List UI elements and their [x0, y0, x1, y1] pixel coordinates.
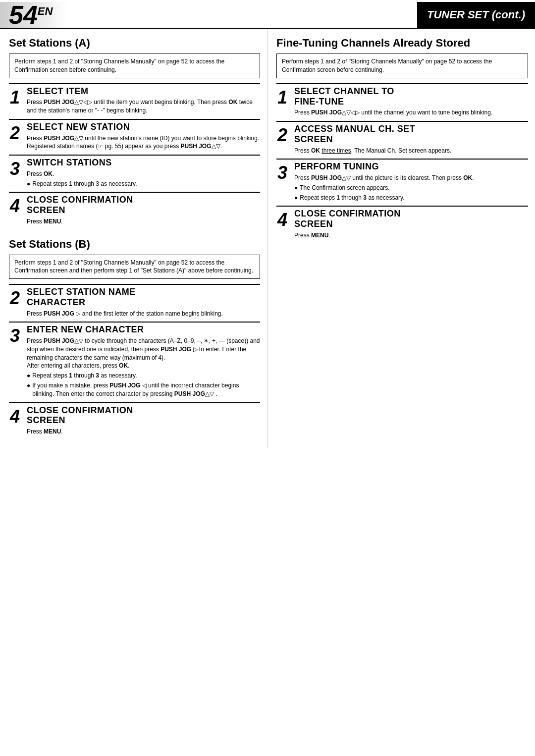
page-header: 54EN TUNER SET (cont.): [0, 0, 535, 29]
step-b3-bullet2: ● If you make a mistake, press PUSH JOG …: [27, 381, 260, 398]
step-r1-heading: Select Channel toFine-Tune: [294, 86, 528, 107]
step-r4-content: Close ConfirmationScreen Press MENU.: [294, 207, 528, 243]
set-stations-b-title: Set Stations (B): [9, 238, 260, 251]
step-b3-number: 3: [9, 323, 27, 402]
step-a2-content: Select New Station Press PUSH JOG△▽ unti…: [27, 120, 260, 155]
step-r3-content: Perform Tuning Press PUSH JOG△▽ until th…: [294, 160, 528, 206]
step-a4-content: Close ConfirmationScreen Press MENU.: [27, 193, 260, 229]
step-b3-text: Press PUSH JOG△▽ to cycle through the ch…: [27, 337, 260, 370]
step-a4-heading: Close ConfirmationScreen: [27, 195, 260, 215]
step-a3-bullet: ● Repeat steps 1 through 3 as necessary.: [27, 180, 260, 188]
step-b4: 4 Close ConfirmationScreen Press MENU.: [9, 402, 260, 440]
page-number: 54EN: [0, 2, 67, 28]
fine-tuning-title: Fine-Tuning Channels Already Stored: [276, 37, 528, 50]
step-r4: 4 Close ConfirmationScreen Press MENU.: [276, 206, 528, 243]
step-a4: 4 Close ConfirmationScreen Press MENU.: [9, 192, 260, 229]
step-b4-content: Close ConfirmationScreen Press MENU.: [27, 403, 260, 440]
step-b3-content: Enter New Character Press PUSH JOG△▽ to …: [27, 323, 260, 402]
step-r4-text: Press MENU.: [294, 231, 528, 240]
step-b4-text: Press MENU.: [27, 428, 260, 436]
fine-tuning-section: Fine-Tuning Channels Already Stored Perf…: [276, 37, 528, 244]
step-r2-content: Access Manual Ch. SetScreen Press OK thr…: [294, 122, 528, 159]
step-b4-number: 4: [9, 403, 27, 440]
step-r3: 3 Perform Tuning Press PUSH JOG△▽ until …: [276, 159, 528, 206]
step-a1-number: 1: [9, 84, 27, 119]
step-a1-content: Select Item Press PUSH JOG△▽◁▷ until the…: [27, 84, 260, 119]
step-r2-number: 2: [276, 122, 294, 159]
set-stations-b-intro: Perform steps 1 and 2 of "Storing Channe…: [9, 255, 260, 279]
step-a3: 3 Switch Stations Press OK. ● Repeat ste…: [9, 155, 260, 192]
step-r1-text: Press PUSH JOG△▽◁▷ until the channel you…: [294, 108, 528, 117]
step-a3-content: Switch Stations Press OK. ● Repeat steps…: [27, 156, 260, 192]
step-r2-text: Press OK three times. The Manual Ch. Set…: [294, 147, 528, 155]
fine-tuning-intro: Perform steps 1 and 2 of "Storing Channe…: [276, 54, 528, 78]
left-column: Set Stations (A) Perform steps 1 and 2 o…: [0, 29, 268, 448]
step-r3-number: 3: [276, 160, 294, 206]
step-r2-heading: Access Manual Ch. SetScreen: [294, 124, 528, 144]
step-a3-heading: Switch Stations: [27, 158, 260, 168]
set-stations-a-title: Set Stations (A): [9, 37, 260, 50]
step-a3-text: Press OK.: [27, 170, 260, 178]
set-stations-b: Set Stations (B) Perform steps 1 and 2 o…: [9, 238, 260, 440]
step-r3-bullet2: ● Repeat steps 1 through 3 as necessary.: [294, 194, 528, 202]
step-r3-bullet1: ● The Confirmation screen appears.: [294, 184, 528, 192]
step-b3-heading: Enter New Character: [27, 324, 260, 335]
step-r1-content: Select Channel toFine-Tune Press PUSH JO…: [294, 84, 528, 121]
step-b4-heading: Close ConfirmationScreen: [27, 405, 260, 426]
step-a2-number: 2: [9, 120, 27, 155]
step-a4-number: 4: [9, 193, 27, 229]
step-a1: 1 Select Item Press PUSH JOG△▽◁▷ until t…: [9, 83, 260, 119]
step-r4-heading: Close ConfirmationScreen: [294, 209, 528, 229]
step-a1-text: Press PUSH JOG△▽◁▷ until the item you wa…: [27, 98, 260, 115]
step-r1-number: 1: [276, 84, 294, 121]
step-r3-heading: Perform Tuning: [294, 162, 528, 172]
step-r1: 1 Select Channel toFine-Tune Press PUSH …: [276, 83, 528, 121]
step-b2-text: Press PUSH JOG ▷ and the first letter of…: [27, 310, 260, 318]
step-r4-number: 4: [276, 207, 294, 243]
step-b2-content: Select Station NameCharacter Press PUSH …: [27, 285, 260, 322]
step-r3-text: Press PUSH JOG△▽ until the picture is it…: [294, 174, 528, 182]
step-b2-number: 2: [9, 285, 27, 322]
step-a2: 2 Select New Station Press PUSH JOG△▽ un…: [9, 119, 260, 155]
step-a3-number: 3: [9, 156, 27, 192]
header-title: TUNER SET (cont.): [417, 2, 535, 28]
step-a2-heading: Select New Station: [27, 122, 260, 132]
step-a2-text: Press PUSH JOG△▽ until the new station's…: [27, 134, 260, 151]
step-b3-bullet1: ● Repeat steps 1 through 3 as necessary.: [27, 372, 260, 380]
page-number-value: 54: [9, 0, 38, 29]
step-b2-heading: Select Station NameCharacter: [27, 287, 260, 307]
set-stations-a-intro: Perform steps 1 and 2 of "Storing Channe…: [9, 54, 260, 78]
step-b2: 2 Select Station NameCharacter Press PUS…: [9, 284, 260, 322]
page-sup: EN: [38, 5, 53, 17]
main-content: Set Stations (A) Perform steps 1 and 2 o…: [0, 29, 535, 448]
step-r2: 2 Access Manual Ch. SetScreen Press OK t…: [276, 121, 528, 159]
step-a4-text: Press MENU.: [27, 217, 260, 226]
right-column: Fine-Tuning Channels Already Stored Perf…: [268, 29, 535, 448]
step-a1-heading: Select Item: [27, 86, 260, 97]
set-stations-a: Set Stations (A) Perform steps 1 and 2 o…: [9, 37, 260, 230]
step-b3: 3 Enter New Character Press PUSH JOG△▽ t…: [9, 322, 260, 402]
